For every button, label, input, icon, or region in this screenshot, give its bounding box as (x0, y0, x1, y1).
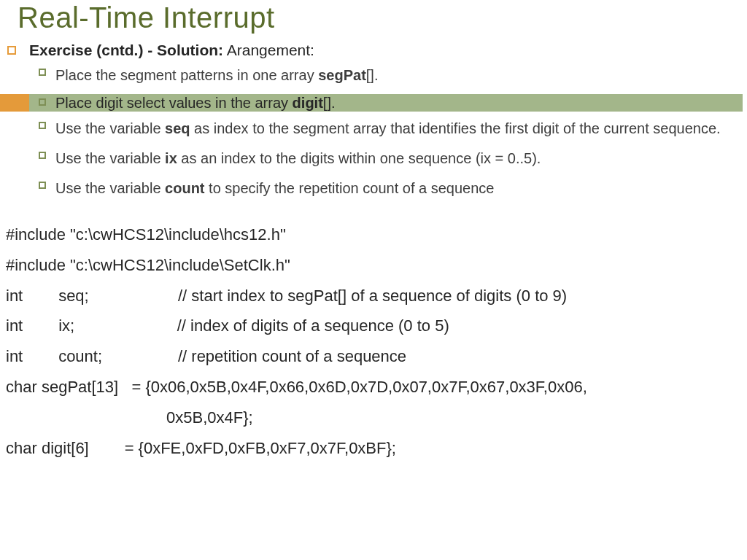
bullet-box-icon (7, 46, 16, 55)
code-line: char segPat[13] = {0x06,0x5B,0x4F,0x66,0… (6, 372, 747, 402)
code-line: char digit[6] = {0xFE,0xFD,0xFB,0xF7,0x7… (6, 433, 747, 464)
code-line: int count; // repetition count of a sequ… (6, 341, 747, 372)
code-line: #include "c:\cwHCS12\include\hcs12.h" (6, 219, 747, 250)
exercise-heading: Exercise (cntd.) - Solution: Arangement: (0, 39, 747, 62)
bullet-bold: seq (165, 120, 190, 136)
bullet-bold: count (165, 180, 204, 196)
bullet-tail: as an index to the digits within one seq… (177, 150, 541, 166)
bullet-text: Use the variable (55, 120, 165, 136)
exercise-label: Exercise (cntd.) - Solution: (29, 42, 223, 58)
bullet-item: Place the segment patterns in one array … (0, 62, 747, 92)
bullet-tail: as index to the segment array that ident… (190, 120, 721, 136)
code-line: int ix; // index of digits of a sequence… (6, 311, 747, 341)
bullet-text-wrap: Place digit select values in the array d… (55, 94, 336, 112)
bullet-item: Use the variable count to specify the re… (0, 175, 747, 205)
bullet-sub-box-icon (39, 182, 46, 189)
bullet-tail: to specify the repetition count of a seq… (205, 180, 495, 196)
bullet-tail: []. (323, 95, 336, 111)
highlight-orange-icon (0, 94, 29, 112)
code-line: int seq; // start index to segPat[] of a… (6, 281, 747, 311)
bullet-item: Use the variable ix as an index to the d… (0, 145, 747, 175)
bullet-text: Use the variable (55, 150, 165, 166)
bullet-bold: digit (293, 95, 323, 111)
bullet-text: Place the segment patterns in one array (55, 67, 318, 83)
code-line: #include "c:\cwHCS12\include\SetClk.h" (6, 250, 747, 281)
bullet-sub-box-icon (39, 152, 46, 159)
slide: Real-Time Interrupt Exercise (cntd.) - S… (0, 0, 747, 560)
bullet-item-highlighted: Place digit select values in the array d… (0, 92, 747, 115)
bullet-bold: segPat (318, 67, 366, 83)
bullet-sub-box-icon (39, 122, 46, 129)
slide-title: Real-Time Interrupt (0, 0, 747, 39)
code-line: 0x5B,0x4F}; (6, 402, 747, 433)
bullet-item: Use the variable seq as index to the seg… (0, 115, 747, 145)
bullet-sub-box-icon (39, 69, 46, 76)
exercise-tail: Arangement: (223, 42, 314, 58)
bullet-bold: ix (165, 150, 177, 166)
bullet-sub-box-icon (39, 98, 46, 106)
bullet-text: Use the variable (55, 180, 165, 196)
code-block: #include "c:\cwHCS12\include\hcs12.h" #i… (0, 205, 747, 463)
bullet-text: Place digit select values in the array (55, 95, 293, 111)
bullet-tail: []. (366, 67, 379, 83)
